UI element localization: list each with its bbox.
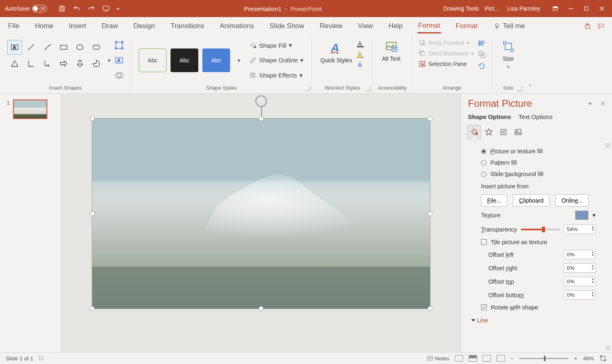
- minimize-icon[interactable]: [567, 5, 574, 12]
- user-name[interactable]: Lisa Parmley: [502, 5, 545, 12]
- align-icon[interactable]: [478, 39, 486, 47]
- text-outline-icon[interactable]: A: [357, 51, 366, 58]
- quick-styles-label[interactable]: Quick Styles: [320, 57, 352, 64]
- shape-effects-button[interactable]: Shape Effects▾: [249, 72, 304, 79]
- shape-line[interactable]: [24, 40, 38, 55]
- shape-roundrect[interactable]: [89, 40, 104, 55]
- size-button[interactable]: Size ▾: [498, 38, 519, 83]
- radio-pattern-fill[interactable]: Pattern fill: [470, 157, 606, 168]
- text-fill-icon[interactable]: A: [357, 40, 366, 47]
- style-more-icon[interactable]: ▾: [234, 57, 244, 64]
- pane-tab-text-options[interactable]: Text Options: [519, 113, 552, 120]
- shape-arrow-right[interactable]: [56, 56, 71, 71]
- undo-icon[interactable]: [73, 5, 80, 12]
- tab-view[interactable]: View: [357, 20, 374, 33]
- radio-picture-fill[interactable]: Picture or texture fill: [470, 146, 606, 157]
- offset-left-input[interactable]: 0%▲▼: [564, 250, 596, 259]
- view-slideshow-icon[interactable]: [497, 355, 505, 362]
- resize-handle-s[interactable]: [259, 306, 264, 311]
- shape-textbox[interactable]: A: [7, 40, 22, 55]
- merge-shapes-icon[interactable]: [115, 71, 124, 80]
- shape-rect[interactable]: [56, 40, 71, 55]
- save-icon[interactable]: [58, 5, 66, 12]
- line-section-header[interactable]: Line: [470, 313, 606, 328]
- pane-options-icon[interactable]: ▾: [589, 100, 592, 107]
- zoom-in-icon[interactable]: +: [574, 355, 577, 362]
- shape-pie[interactable]: [89, 56, 104, 71]
- tab-transitions[interactable]: Transitions: [170, 20, 205, 33]
- shape-l[interactable]: [24, 56, 38, 71]
- send-backward-button[interactable]: Send Backward▾: [419, 50, 474, 57]
- insert-clipboard-button[interactable]: Clipboard: [513, 194, 550, 207]
- offset-bottom-input[interactable]: 0%▲▼: [564, 290, 596, 300]
- tab-help[interactable]: Help: [388, 20, 404, 33]
- tab-insert[interactable]: Insert: [68, 20, 87, 33]
- edit-shape-icon[interactable]: [115, 41, 124, 50]
- tab-review[interactable]: Review: [319, 20, 344, 33]
- resize-handle-se[interactable]: [428, 306, 432, 311]
- pane-icon-picture[interactable]: [511, 125, 525, 139]
- selected-picture[interactable]: [92, 118, 430, 309]
- qat-more-icon[interactable]: ▾: [117, 7, 119, 11]
- texture-swatch[interactable]: [575, 211, 588, 220]
- offset-right-input[interactable]: 0%▲▼: [564, 263, 596, 273]
- slideshow-icon[interactable]: [102, 5, 110, 12]
- comments-icon[interactable]: [597, 22, 605, 30]
- view-sorter-icon[interactable]: [469, 355, 477, 362]
- shapes-gallery[interactable]: A: [5, 38, 106, 83]
- redo-icon[interactable]: [88, 5, 95, 12]
- transparency-slider[interactable]: [521, 229, 560, 230]
- pane-icon-size[interactable]: [497, 125, 510, 139]
- insert-online-button[interactable]: Online...: [555, 194, 589, 207]
- close-icon[interactable]: [598, 5, 605, 12]
- tab-animations[interactable]: Animations: [219, 20, 255, 33]
- shape-arrow-down[interactable]: [73, 56, 87, 71]
- tile-checkbox[interactable]: Tile picture as texture: [470, 236, 606, 248]
- maximize-icon[interactable]: [583, 5, 590, 12]
- style-thumb-3[interactable]: Abc: [202, 49, 230, 72]
- resize-handle-sw[interactable]: [90, 306, 95, 311]
- pane-tab-shape-options[interactable]: Shape Options: [468, 113, 511, 120]
- offset-top-input[interactable]: 0%▲▼: [564, 277, 596, 286]
- rotate-with-shape-checkbox[interactable]: ✓Rotate with shape: [470, 302, 606, 313]
- slide-canvas[interactable]: [61, 94, 461, 352]
- style-thumb-1[interactable]: Abc: [139, 49, 166, 72]
- selection-pane-button[interactable]: Selection Pane: [419, 60, 474, 68]
- shape-fill-button[interactable]: Shape Fill▾: [249, 42, 304, 49]
- tab-slideshow[interactable]: Slide Show: [269, 20, 305, 33]
- style-thumb-2[interactable]: Abc: [171, 49, 198, 72]
- quick-styles-icon[interactable]: A: [328, 40, 344, 55]
- radio-slidebg-fill[interactable]: Slide background fill: [470, 168, 606, 180]
- resize-handle-nw[interactable]: [90, 116, 95, 121]
- rotation-handle[interactable]: [255, 95, 267, 107]
- spellcheck-icon[interactable]: [38, 355, 44, 361]
- draw-textbox-icon[interactable]: A: [115, 56, 124, 65]
- tab-format-drawing[interactable]: Format: [417, 19, 441, 33]
- dialog-launcher-icon[interactable]: [366, 86, 371, 91]
- shape-triangle[interactable]: [7, 56, 22, 71]
- autosave-toggle[interactable]: AutoSave Off: [0, 5, 52, 12]
- tab-home[interactable]: Home: [34, 20, 54, 33]
- zoom-slider[interactable]: [519, 358, 568, 359]
- pane-icon-fill[interactable]: [467, 125, 481, 139]
- view-normal-icon[interactable]: [455, 355, 463, 362]
- shape-oval[interactable]: [73, 40, 87, 55]
- slide-counter[interactable]: Slide 1 of 1: [6, 355, 33, 362]
- transparency-input[interactable]: 54%▲▼: [564, 225, 596, 234]
- tab-format-picture[interactable]: Format: [455, 20, 479, 33]
- style-gallery[interactable]: Abc Abc Abc ▾: [136, 38, 246, 83]
- fit-window-icon[interactable]: [600, 355, 606, 362]
- zoom-out-icon[interactable]: −: [510, 355, 514, 362]
- zoom-level[interactable]: 49%: [583, 355, 594, 362]
- share-icon[interactable]: [584, 22, 592, 30]
- shape-l-arrow[interactable]: [40, 56, 55, 71]
- shape-arrow-line[interactable]: [40, 40, 55, 55]
- text-effects-icon[interactable]: A: [357, 61, 366, 68]
- slide-thumbnail-1[interactable]: [13, 99, 47, 119]
- tab-file[interactable]: File: [7, 20, 20, 33]
- texture-row[interactable]: Texture▾: [470, 208, 606, 222]
- dialog-launcher-icon[interactable]: [305, 86, 310, 91]
- group-icon[interactable]: [478, 51, 486, 59]
- resize-handle-n[interactable]: [259, 116, 264, 121]
- tab-draw[interactable]: Draw: [101, 20, 119, 33]
